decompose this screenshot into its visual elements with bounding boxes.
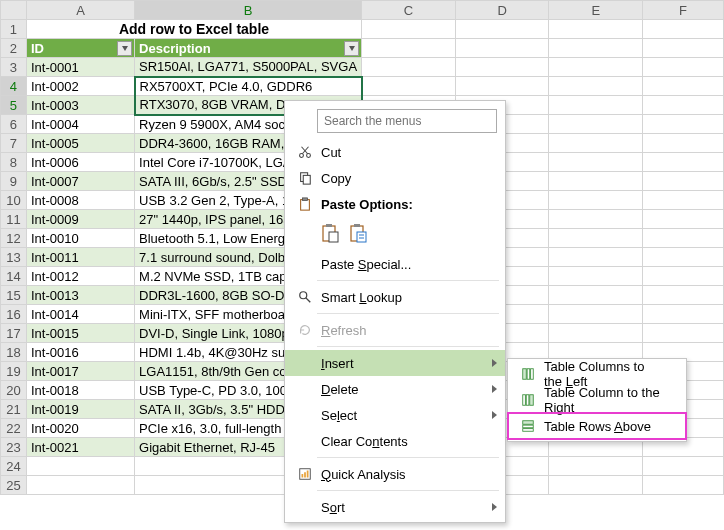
- row-header[interactable]: 24: [1, 457, 27, 476]
- context-menu: Cut Copy Paste Options: Paste Special...…: [284, 100, 506, 523]
- svg-rect-29: [523, 425, 534, 428]
- svg-point-1: [307, 154, 311, 158]
- col-header-F[interactable]: F: [643, 1, 724, 20]
- row-header[interactable]: 4: [1, 77, 27, 96]
- table-cell[interactable]: Int-0001: [26, 58, 134, 77]
- row-header[interactable]: 15: [1, 286, 27, 305]
- table-cell[interactable]: Int-0013: [26, 286, 134, 305]
- filter-dropdown-icon[interactable]: [117, 41, 132, 56]
- table-cell[interactable]: Int-0008: [26, 191, 134, 210]
- table-cell[interactable]: Int-0020: [26, 419, 134, 438]
- row-header[interactable]: 23: [1, 438, 27, 457]
- table-header-id[interactable]: ID: [26, 39, 134, 58]
- table-cell[interactable]: Int-0016: [26, 343, 134, 362]
- table-cell[interactable]: Int-0009: [26, 210, 134, 229]
- row-header[interactable]: 10: [1, 191, 27, 210]
- table-cell[interactable]: Int-0011: [26, 248, 134, 267]
- row-header[interactable]: 11: [1, 210, 27, 229]
- table-cell[interactable]: Int-0002: [26, 77, 134, 96]
- row-header[interactable]: 7: [1, 134, 27, 153]
- table-cell[interactable]: SR150Al, LGA771, S5000PAL, SVGA: [135, 58, 362, 77]
- row-header[interactable]: 17: [1, 324, 27, 343]
- submenu-rows-above[interactable]: Table Rows Above: [508, 413, 686, 439]
- menu-smart-lookup[interactable]: Smart Lookup: [285, 284, 505, 310]
- table-cell[interactable]: Int-0014: [26, 305, 134, 324]
- table-cell[interactable]: Int-0005: [26, 134, 134, 153]
- table-cell[interactable]: Int-0004: [26, 115, 134, 134]
- row-header[interactable]: 1: [1, 20, 27, 39]
- row-header[interactable]: 14: [1, 267, 27, 286]
- svg-rect-19: [302, 474, 304, 478]
- table-header-desc[interactable]: Description: [135, 39, 362, 58]
- row-header[interactable]: 9: [1, 172, 27, 191]
- menu-separator: [317, 280, 499, 281]
- table-cell[interactable]: Int-0010: [26, 229, 134, 248]
- svg-rect-7: [302, 198, 307, 201]
- col-header-A[interactable]: A: [26, 1, 134, 20]
- col-header-C[interactable]: C: [362, 1, 456, 20]
- table-cell[interactable]: Int-0021: [26, 438, 134, 457]
- menu-search-input[interactable]: [317, 109, 497, 133]
- paste-options-row: [285, 217, 505, 251]
- row-header[interactable]: 20: [1, 381, 27, 400]
- table-cell[interactable]: Int-0018: [26, 381, 134, 400]
- svg-rect-10: [329, 232, 338, 242]
- row-header[interactable]: 16: [1, 305, 27, 324]
- col-header-B[interactable]: B: [135, 1, 362, 20]
- menu-separator: [317, 313, 499, 314]
- submenu-cols-right[interactable]: Table Column to the Right: [508, 387, 686, 413]
- svg-rect-27: [530, 395, 534, 406]
- menu-delete[interactable]: Delete: [285, 376, 505, 402]
- menu-sort[interactable]: Sort: [285, 494, 505, 520]
- table-cell[interactable]: Int-0012: [26, 267, 134, 286]
- svg-rect-26: [526, 395, 529, 406]
- svg-rect-24: [531, 369, 534, 380]
- col-header-E[interactable]: E: [549, 1, 643, 20]
- menu-select[interactable]: Select: [285, 402, 505, 428]
- row-header[interactable]: 22: [1, 419, 27, 438]
- row-header[interactable]: 21: [1, 400, 27, 419]
- row-header[interactable]: 18: [1, 343, 27, 362]
- table-cell[interactable]: Int-0015: [26, 324, 134, 343]
- col-header-row: A B C D E F: [1, 1, 724, 20]
- select-all-corner[interactable]: [1, 1, 27, 20]
- table-cell[interactable]: Int-0003: [26, 96, 134, 115]
- row-header[interactable]: 13: [1, 248, 27, 267]
- search-icon: [293, 290, 317, 304]
- row-header[interactable]: 6: [1, 115, 27, 134]
- menu-quick-analysis[interactable]: Quick Analysis: [285, 461, 505, 487]
- menu-search[interactable]: [317, 109, 497, 133]
- copy-icon: [293, 171, 317, 185]
- table-cell[interactable]: Int-0017: [26, 362, 134, 381]
- svg-rect-23: [527, 369, 530, 380]
- row-header[interactable]: 19: [1, 362, 27, 381]
- table-cell[interactable]: Int-0007: [26, 172, 134, 191]
- row-header[interactable]: 25: [1, 476, 27, 495]
- svg-line-3: [302, 147, 308, 154]
- menu-insert[interactable]: Insert: [285, 350, 505, 376]
- paste-values-icon[interactable]: [347, 221, 369, 245]
- paste-default-icon[interactable]: [319, 221, 341, 245]
- menu-paste-special[interactable]: Paste Special...: [285, 251, 505, 277]
- col-header-D[interactable]: D: [455, 1, 549, 20]
- paste-icon: [293, 197, 317, 211]
- row-header[interactable]: 3: [1, 58, 27, 77]
- menu-clear-contents[interactable]: Clear Contents: [285, 428, 505, 454]
- chevron-right-icon: [492, 385, 497, 393]
- page-title[interactable]: Add row to Excel table: [26, 20, 361, 39]
- submenu-cols-left[interactable]: Table Columns to the Left: [508, 361, 686, 387]
- row-header[interactable]: 8: [1, 153, 27, 172]
- svg-line-2: [302, 147, 308, 154]
- table-cell[interactable]: RX5700XT, PCIe 4.0, GDDR6: [135, 77, 362, 96]
- row-header[interactable]: 5: [1, 96, 27, 115]
- menu-separator: [317, 457, 499, 458]
- table-cell[interactable]: Int-0019: [26, 400, 134, 419]
- row-header[interactable]: 12: [1, 229, 27, 248]
- svg-rect-20: [304, 472, 306, 477]
- filter-dropdown-icon[interactable]: [344, 41, 359, 56]
- svg-point-0: [300, 154, 304, 158]
- menu-copy[interactable]: Copy: [285, 165, 505, 191]
- menu-cut[interactable]: Cut: [285, 139, 505, 165]
- row-header[interactable]: 2: [1, 39, 27, 58]
- table-cell[interactable]: Int-0006: [26, 153, 134, 172]
